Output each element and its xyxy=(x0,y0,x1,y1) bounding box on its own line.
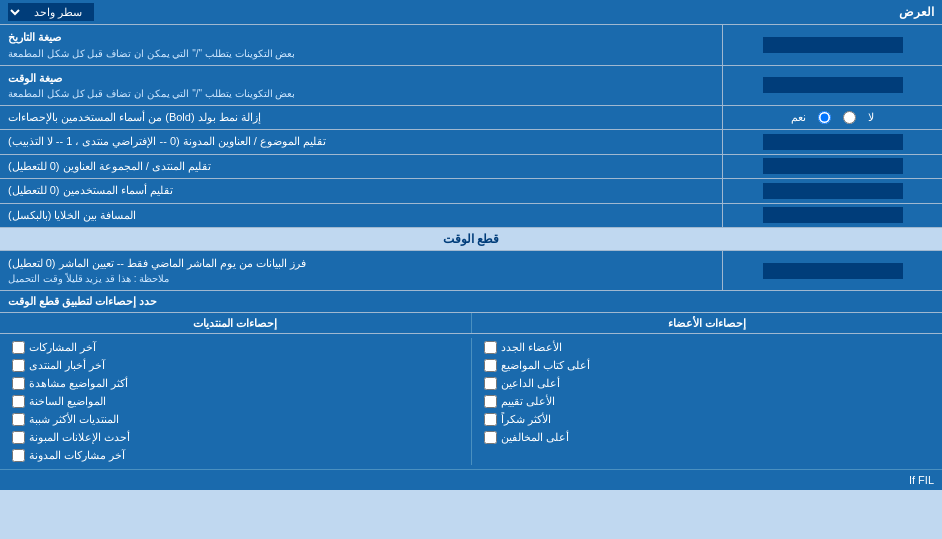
latest-news-checkbox[interactable] xyxy=(12,359,25,372)
top-writers-label: أعلى كتاب المواضيع xyxy=(501,359,590,372)
hot-topics-checkbox[interactable] xyxy=(12,395,25,408)
header-row: العرض سطر واحد سطرين ثلاثة أسطر xyxy=(0,0,942,25)
checkbox-item-most-viewed: أكثر المواضيع مشاهدة xyxy=(8,376,463,391)
checkbox-item-latest-announcements: أحدث الإعلانات المبونة xyxy=(8,430,463,445)
most-thanked-label: الأكثر شكراً xyxy=(501,413,551,426)
last-blog-posts-label: آخر مشاركات المدونة xyxy=(29,449,125,462)
time-format-label: صيغة الوقت xyxy=(8,70,62,87)
time-cut-label2: ملاحظة : هذا قد يزيد قليلاً وقت التحميل xyxy=(8,271,169,286)
top-inviters-label: أعلى الداعين xyxy=(501,377,560,390)
time-format-row: H:i صيغة الوقت بعض التكوينات يتطلب "/" ا… xyxy=(0,66,942,107)
header-title: العرض xyxy=(899,5,934,19)
date-format-row: d-m صيغة التاريخ بعض التكوينات يتطلب "/"… xyxy=(0,25,942,66)
checkbox-item-new-members: الأعضاء الجدد xyxy=(480,340,935,355)
latest-news-label: آخر أخبار المنتدى xyxy=(29,359,105,372)
checkbox-item-top-rated: الأعلى تقييم xyxy=(480,394,935,409)
bold-remove-row: لا نعم إزالة نمط بولد (Bold) من أسماء ال… xyxy=(0,106,942,130)
gap-row: 2 المسافة بين الخلايا (بالبكسل) xyxy=(0,204,942,228)
topic-order-row: 33 تقليم الموضوع / العناوين المدونة (0 -… xyxy=(0,130,942,154)
bold-radio-no[interactable] xyxy=(843,111,856,124)
most-viewed-label: أكثر المواضيع مشاهدة xyxy=(29,377,128,390)
top-rated-checkbox[interactable] xyxy=(484,395,497,408)
checkbox-item-popular-forums: المنتديات الأكثر شببة xyxy=(8,412,463,427)
checkbox-item-most-thanked: الأكثر شكراً xyxy=(480,412,935,427)
forum-order-label: تقليم المنتدى / المجموعة العناوين (0 للت… xyxy=(8,159,211,174)
gap-label: المسافة بين الخلايا (بالبكسل) xyxy=(8,208,137,223)
time-format-input[interactable]: H:i xyxy=(763,77,903,93)
display-select[interactable]: سطر واحد سطرين ثلاثة أسطر xyxy=(8,3,94,21)
time-cut-row: 0 فرز البيانات من يوم الماشر الماضي فقط … xyxy=(0,251,942,292)
radio-no-label: لا xyxy=(868,111,874,124)
left-col-header: إحصاءات الأعضاء xyxy=(668,317,746,329)
checkbox-item-top-writers: أعلى كتاب المواضيع xyxy=(480,358,935,373)
topic-order-input[interactable]: 33 xyxy=(763,134,903,150)
checkbox-headers-row: إحصاءات الأعضاء إحصاءات المنتديات xyxy=(0,313,942,334)
time-format-sublabel: بعض التكوينات يتطلب "/" التي يمكن ان تضا… xyxy=(8,86,295,101)
new-members-label: الأعضاء الجدد xyxy=(501,341,562,354)
date-format-sublabel: بعض التكوينات يتطلب "/" التي يمكن ان تضا… xyxy=(8,46,295,61)
bold-remove-label: إزالة نمط بولد (Bold) من أسماء المستخدمي… xyxy=(8,110,261,125)
last-blog-posts-checkbox[interactable] xyxy=(12,449,25,462)
checkbox-item-top-violators: أعلى المخالفين xyxy=(480,430,935,445)
checkbox-item-latest-news: آخر أخبار المنتدى xyxy=(8,358,463,373)
top-writers-checkbox[interactable] xyxy=(484,359,497,372)
date-format-label: صيغة التاريخ xyxy=(8,29,61,46)
top-violators-label: أعلى المخالفين xyxy=(501,431,569,444)
time-section-header: قطع الوقت xyxy=(0,228,942,251)
time-cut-label1: فرز البيانات من يوم الماشر الماضي فقط --… xyxy=(8,255,306,272)
new-members-checkbox[interactable] xyxy=(484,341,497,354)
user-names-row: 0 تقليم أسماء المستخدمين (0 للتعطيل) xyxy=(0,179,942,203)
top-violators-checkbox[interactable] xyxy=(484,431,497,444)
limit-row: حدد إحصاءات لتطبيق قطع الوقت xyxy=(0,291,942,313)
user-names-input[interactable]: 0 xyxy=(763,183,903,199)
latest-announcements-label: أحدث الإعلانات المبونة xyxy=(29,431,130,444)
bold-radio-yes[interactable] xyxy=(818,111,831,124)
checkbox-item-last-blog-posts: آخر مشاركات المدونة xyxy=(8,448,463,463)
popular-forums-checkbox[interactable] xyxy=(12,413,25,426)
main-container: العرض سطر واحد سطرين ثلاثة أسطر d-m صيغة… xyxy=(0,0,942,490)
most-thanked-checkbox[interactable] xyxy=(484,413,497,426)
popular-forums-label: المنتديات الأكثر شببة xyxy=(29,413,119,426)
bottom-note-row: If FIL xyxy=(0,469,942,490)
limit-label: حدد إحصاءات لتطبيق قطع الوقت xyxy=(8,295,157,308)
most-viewed-checkbox[interactable] xyxy=(12,377,25,390)
checkbox-item-hot-topics: المواضيع الساخنة xyxy=(8,394,463,409)
date-format-input[interactable]: d-m xyxy=(763,37,903,53)
gap-input[interactable]: 2 xyxy=(763,207,903,223)
top-inviters-checkbox[interactable] xyxy=(484,377,497,390)
checkboxes-area: الأعضاء الجدد أعلى كتاب المواضيع أعلى ال… xyxy=(0,334,942,469)
forum-order-input[interactable]: 33 xyxy=(763,158,903,174)
forum-order-row: 33 تقليم المنتدى / المجموعة العناوين (0 … xyxy=(0,155,942,179)
time-cut-input[interactable]: 0 xyxy=(763,263,903,279)
topic-order-label: تقليم الموضوع / العناوين المدونة (0 -- ا… xyxy=(8,134,326,149)
right-checkbox-col: آخر المشاركات آخر أخبار المنتدى أكثر الم… xyxy=(0,338,471,465)
last-posts-checkbox[interactable] xyxy=(12,341,25,354)
checkbox-item-top-inviters: أعلى الداعين xyxy=(480,376,935,391)
user-names-label: تقليم أسماء المستخدمين (0 للتعطيل) xyxy=(8,183,173,198)
top-rated-label: الأعلى تقييم xyxy=(501,395,555,408)
radio-yes-label: نعم xyxy=(791,111,806,124)
left-checkbox-col: الأعضاء الجدد أعلى كتاب المواضيع أعلى ال… xyxy=(471,338,943,465)
hot-topics-label: المواضيع الساخنة xyxy=(29,395,106,408)
bottom-note: If FIL xyxy=(909,474,934,486)
checkbox-item-last-posts: آخر المشاركات xyxy=(8,340,463,355)
latest-announcements-checkbox[interactable] xyxy=(12,431,25,444)
right-col-header: إحصاءات المنتديات xyxy=(193,317,277,329)
last-posts-label: آخر المشاركات xyxy=(29,341,96,354)
